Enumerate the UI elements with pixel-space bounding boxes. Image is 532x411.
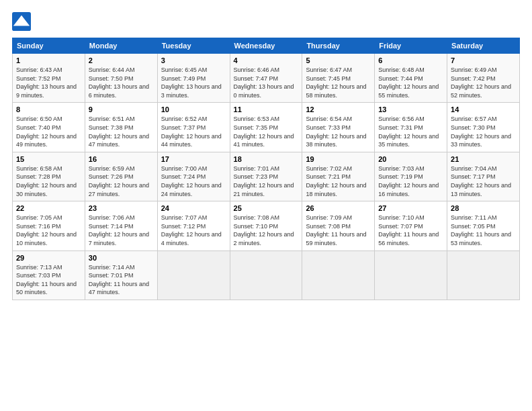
calendar-day-cell: 7 Sunrise: 6:49 AM Sunset: 7:42 PM Dayli…	[447, 54, 520, 103]
day-number: 11	[234, 105, 299, 113]
calendar-day-cell	[157, 250, 230, 300]
calendar-col-header: Thursday	[302, 38, 375, 54]
day-info: Sunrise: 7:03 AM Sunset: 7:19 PM Dayligh…	[378, 165, 443, 198]
calendar-day-cell: 8 Sunrise: 6:50 AM Sunset: 7:40 PM Dayli…	[13, 103, 85, 152]
day-info: Sunrise: 6:58 AM Sunset: 7:28 PM Dayligh…	[16, 165, 81, 198]
day-info: Sunrise: 7:13 AM Sunset: 7:03 PM Dayligh…	[16, 263, 81, 297]
day-number: 3	[161, 56, 226, 64]
day-number: 28	[451, 204, 516, 212]
day-info: Sunrise: 7:04 AM Sunset: 7:17 PM Dayligh…	[451, 165, 516, 198]
day-number: 16	[89, 155, 154, 163]
calendar-day-cell: 19 Sunrise: 7:02 AM Sunset: 7:21 PM Dayl…	[302, 152, 375, 201]
header	[12, 12, 520, 31]
calendar-day-cell: 23 Sunrise: 7:06 AM Sunset: 7:14 PM Dayl…	[85, 201, 157, 250]
day-info: Sunrise: 7:14 AM Sunset: 7:01 PM Dayligh…	[89, 263, 154, 297]
day-number: 7	[451, 56, 516, 64]
day-info: Sunrise: 6:45 AM Sunset: 7:49 PM Dayligh…	[161, 66, 226, 99]
calendar-day-cell: 1 Sunrise: 6:43 AM Sunset: 7:52 PM Dayli…	[13, 54, 85, 103]
day-info: Sunrise: 6:44 AM Sunset: 7:50 PM Dayligh…	[89, 66, 154, 99]
calendar-day-cell: 16 Sunrise: 6:59 AM Sunset: 7:26 PM Dayl…	[85, 152, 157, 201]
calendar-col-header: Friday	[375, 38, 447, 54]
calendar-day-cell: 9 Sunrise: 6:51 AM Sunset: 7:38 PM Dayli…	[85, 103, 157, 152]
day-info: Sunrise: 7:07 AM Sunset: 7:12 PM Dayligh…	[161, 214, 226, 247]
calendar-day-cell: 10 Sunrise: 6:52 AM Sunset: 7:37 PM Dayl…	[157, 103, 230, 152]
day-info: Sunrise: 6:46 AM Sunset: 7:47 PM Dayligh…	[234, 66, 299, 99]
calendar-day-cell: 27 Sunrise: 7:10 AM Sunset: 7:07 PM Dayl…	[375, 201, 447, 250]
day-info: Sunrise: 6:53 AM Sunset: 7:35 PM Dayligh…	[234, 115, 299, 148]
calendar-col-header: Tuesday	[157, 38, 230, 54]
calendar-day-cell: 11 Sunrise: 6:53 AM Sunset: 7:35 PM Dayl…	[230, 103, 302, 152]
calendar-col-header: Saturday	[447, 38, 520, 54]
calendar-table: SundayMondayTuesdayWednesdayThursdayFrid…	[12, 38, 520, 300]
day-number: 12	[306, 105, 371, 113]
day-info: Sunrise: 6:50 AM Sunset: 7:40 PM Dayligh…	[16, 115, 81, 148]
calendar-day-cell: 18 Sunrise: 7:01 AM Sunset: 7:23 PM Dayl…	[230, 152, 302, 201]
day-info: Sunrise: 7:06 AM Sunset: 7:14 PM Dayligh…	[89, 214, 154, 247]
day-number: 27	[378, 204, 443, 212]
calendar-day-cell	[230, 250, 302, 300]
day-number: 13	[378, 105, 443, 113]
calendar-week-row: 1 Sunrise: 6:43 AM Sunset: 7:52 PM Dayli…	[13, 54, 520, 103]
day-number: 9	[89, 105, 154, 113]
day-number: 22	[16, 204, 81, 212]
day-info: Sunrise: 6:49 AM Sunset: 7:42 PM Dayligh…	[451, 66, 516, 99]
day-info: Sunrise: 7:08 AM Sunset: 7:10 PM Dayligh…	[234, 214, 299, 247]
calendar-col-header: Wednesday	[230, 38, 302, 54]
calendar-day-cell: 26 Sunrise: 7:09 AM Sunset: 7:08 PM Dayl…	[302, 201, 375, 250]
day-number: 10	[161, 105, 226, 113]
calendar-col-header: Sunday	[13, 38, 85, 54]
day-info: Sunrise: 6:48 AM Sunset: 7:44 PM Dayligh…	[378, 66, 443, 99]
calendar-day-cell	[447, 250, 520, 300]
calendar-day-cell: 28 Sunrise: 7:11 AM Sunset: 7:05 PM Dayl…	[447, 201, 520, 250]
day-info: Sunrise: 7:09 AM Sunset: 7:08 PM Dayligh…	[306, 214, 371, 247]
day-number: 1	[16, 56, 81, 64]
day-info: Sunrise: 6:51 AM Sunset: 7:38 PM Dayligh…	[89, 115, 154, 148]
calendar-day-cell: 5 Sunrise: 6:47 AM Sunset: 7:45 PM Dayli…	[302, 54, 375, 103]
day-number: 20	[378, 155, 443, 163]
day-number: 2	[89, 56, 154, 64]
calendar-day-cell: 22 Sunrise: 7:05 AM Sunset: 7:16 PM Dayl…	[13, 201, 85, 250]
calendar-day-cell: 24 Sunrise: 7:07 AM Sunset: 7:12 PM Dayl…	[157, 201, 230, 250]
logo	[12, 12, 34, 31]
day-info: Sunrise: 7:00 AM Sunset: 7:24 PM Dayligh…	[161, 165, 226, 198]
day-number: 5	[306, 56, 371, 64]
calendar-day-cell: 30 Sunrise: 7:14 AM Sunset: 7:01 PM Dayl…	[85, 250, 157, 300]
logo-icon	[12, 12, 31, 31]
day-number: 25	[234, 204, 299, 212]
day-number: 17	[161, 155, 226, 163]
calendar-day-cell: 25 Sunrise: 7:08 AM Sunset: 7:10 PM Dayl…	[230, 201, 302, 250]
calendar-day-cell: 4 Sunrise: 6:46 AM Sunset: 7:47 PM Dayli…	[230, 54, 302, 103]
calendar-day-cell: 12 Sunrise: 6:54 AM Sunset: 7:33 PM Dayl…	[302, 103, 375, 152]
calendar-day-cell	[302, 250, 375, 300]
calendar-week-row: 8 Sunrise: 6:50 AM Sunset: 7:40 PM Dayli…	[13, 103, 520, 152]
page: SundayMondayTuesdayWednesdayThursdayFrid…	[0, 0, 532, 411]
calendar-week-row: 29 Sunrise: 7:13 AM Sunset: 7:03 PM Dayl…	[13, 250, 520, 300]
day-info: Sunrise: 6:56 AM Sunset: 7:31 PM Dayligh…	[378, 115, 443, 148]
calendar-day-cell: 6 Sunrise: 6:48 AM Sunset: 7:44 PM Dayli…	[375, 54, 447, 103]
day-info: Sunrise: 7:02 AM Sunset: 7:21 PM Dayligh…	[306, 165, 371, 198]
day-info: Sunrise: 7:05 AM Sunset: 7:16 PM Dayligh…	[16, 214, 81, 247]
calendar-day-cell: 20 Sunrise: 7:03 AM Sunset: 7:19 PM Dayl…	[375, 152, 447, 201]
day-number: 4	[234, 56, 299, 64]
day-info: Sunrise: 7:01 AM Sunset: 7:23 PM Dayligh…	[234, 165, 299, 198]
calendar-day-cell: 14 Sunrise: 6:57 AM Sunset: 7:30 PM Dayl…	[447, 103, 520, 152]
day-number: 23	[89, 204, 154, 212]
day-number: 30	[89, 254, 154, 262]
day-info: Sunrise: 6:47 AM Sunset: 7:45 PM Dayligh…	[306, 66, 371, 99]
day-number: 8	[16, 105, 81, 113]
day-info: Sunrise: 7:11 AM Sunset: 7:05 PM Dayligh…	[451, 214, 516, 247]
calendar-col-header: Monday	[85, 38, 157, 54]
calendar-day-cell	[375, 250, 447, 300]
calendar-day-cell: 17 Sunrise: 7:00 AM Sunset: 7:24 PM Dayl…	[157, 152, 230, 201]
day-number: 29	[16, 254, 81, 262]
calendar-day-cell: 13 Sunrise: 6:56 AM Sunset: 7:31 PM Dayl…	[375, 103, 447, 152]
calendar-week-row: 22 Sunrise: 7:05 AM Sunset: 7:16 PM Dayl…	[13, 201, 520, 250]
day-info: Sunrise: 6:43 AM Sunset: 7:52 PM Dayligh…	[16, 66, 81, 99]
day-info: Sunrise: 6:57 AM Sunset: 7:30 PM Dayligh…	[451, 115, 516, 148]
day-info: Sunrise: 6:59 AM Sunset: 7:26 PM Dayligh…	[89, 165, 154, 198]
day-info: Sunrise: 6:52 AM Sunset: 7:37 PM Dayligh…	[161, 115, 226, 148]
calendar-day-cell: 2 Sunrise: 6:44 AM Sunset: 7:50 PM Dayli…	[85, 54, 157, 103]
calendar-week-row: 15 Sunrise: 6:58 AM Sunset: 7:28 PM Dayl…	[13, 152, 520, 201]
calendar-day-cell: 15 Sunrise: 6:58 AM Sunset: 7:28 PM Dayl…	[13, 152, 85, 201]
day-info: Sunrise: 6:54 AM Sunset: 7:33 PM Dayligh…	[306, 115, 371, 148]
